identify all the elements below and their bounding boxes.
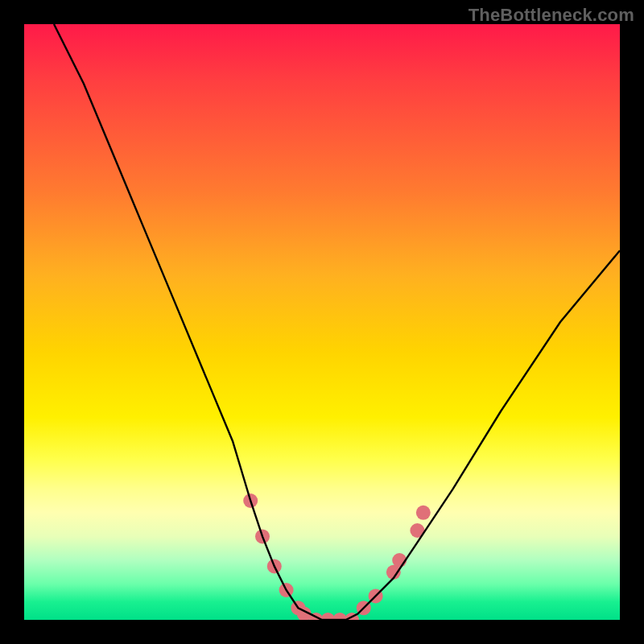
bottleneck-curve: [54, 24, 620, 620]
plot-area: [24, 24, 620, 620]
watermark-text: TheBottleneck.com: [469, 5, 634, 26]
chart-frame: TheBottleneck.com: [0, 0, 644, 644]
curve-layer: [24, 24, 620, 620]
marker-point: [416, 506, 431, 520]
